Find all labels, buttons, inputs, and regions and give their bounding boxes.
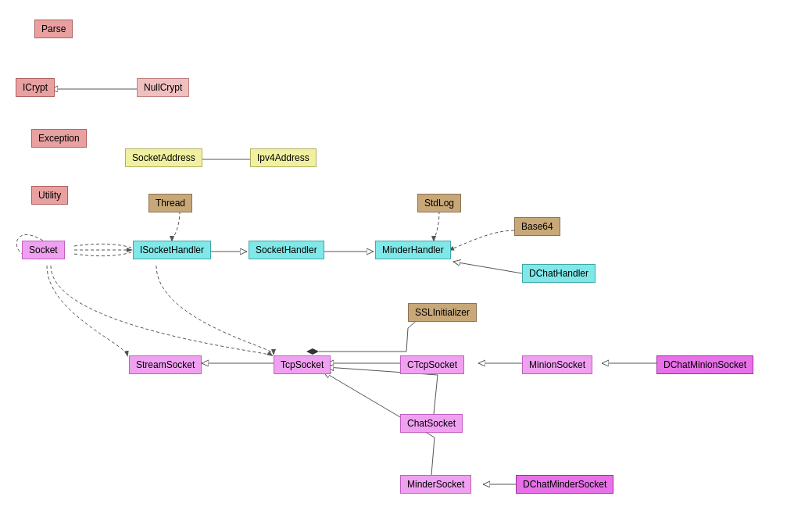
node-minionsocket: MinionSocket (522, 355, 592, 374)
node-stdlog: StdLog (417, 194, 461, 212)
node-sslinitializer: SSLInitializer (408, 303, 477, 322)
node-dchatminionsocket: DChatMinionSocket (656, 355, 753, 374)
node-base64: Base64 (514, 217, 560, 236)
node-socketaddress: SocketAddress (125, 148, 202, 167)
svg-marker-8 (306, 348, 319, 355)
node-parse: Parse (34, 20, 73, 38)
node-chatsocket: ChatSocket (400, 414, 463, 433)
node-ipv4address: Ipv4Address (250, 148, 317, 167)
node-exception: Exception (31, 129, 87, 148)
node-sockethandler: SocketHandler (249, 241, 324, 259)
diagram: ParseICryptNullCryptExceptionSocketAddre… (0, 0, 812, 514)
node-tcpsocket: TcpSocket (274, 355, 331, 374)
node-dchathandler: DChatHandler (522, 264, 596, 283)
node-utility: Utility (31, 186, 68, 205)
node-ctcpsocket: CTcpSocket (400, 355, 464, 374)
node-socket: Socket (22, 241, 65, 259)
node-streamsocket: StreamSocket (129, 355, 202, 374)
node-nullcrypt: NullCrypt (137, 78, 189, 97)
node-minderhandler: MinderHandler (375, 241, 451, 259)
svg-line-10 (406, 328, 408, 352)
node-thread: Thread (148, 194, 192, 212)
node-icrypt: ICrypt (16, 78, 55, 97)
node-isockethandler: ISocketHandler (133, 241, 211, 259)
svg-line-16 (434, 375, 438, 414)
node-mindersocket: MinderSocket (400, 475, 471, 494)
svg-line-18 (431, 437, 435, 475)
svg-line-7 (453, 262, 522, 273)
node-dchatmindersocket: DChatMinderSocket (516, 475, 613, 494)
